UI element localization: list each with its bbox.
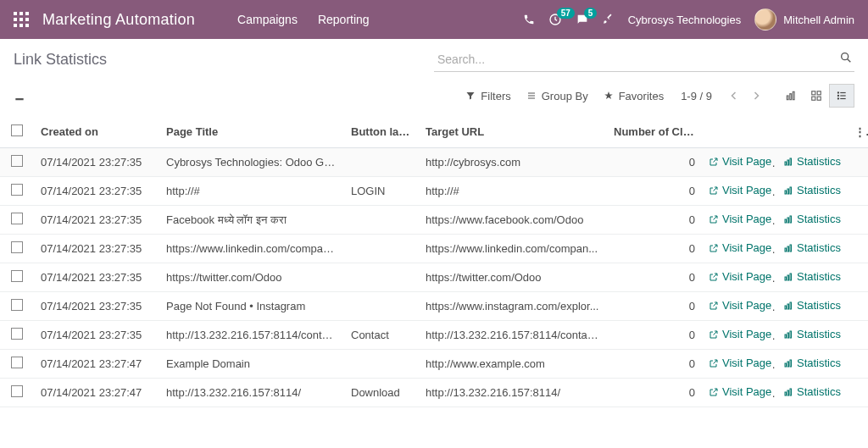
search-input[interactable] <box>434 47 854 72</box>
nav-reporting[interactable]: Reporting <box>318 13 370 26</box>
nav-campaigns[interactable]: Campaigns <box>237 13 298 26</box>
search-icon[interactable] <box>839 51 853 64</box>
cell-clicks: 0 <box>607 206 702 235</box>
cell-button-label <box>344 292 419 321</box>
row-checkbox[interactable] <box>11 299 23 311</box>
table-row[interactable]: 07/14/2021 23:27:35Facebook मध्ये लॉग इन… <box>0 206 868 235</box>
visit-page-link[interactable]: Visit Page <box>709 270 771 283</box>
svg-rect-1 <box>19 12 23 15</box>
statistics-link[interactable]: Statistics <box>783 155 841 168</box>
filters-label: Filters <box>481 90 510 102</box>
view-list[interactable] <box>829 84 854 108</box>
activities-icon[interactable]: 57 <box>548 13 562 26</box>
table-row[interactable]: 07/14/2021 23:27:47http://13.232.216.157… <box>0 379 868 407</box>
statistics-link[interactable]: Statistics <box>783 385 841 398</box>
view-kanban[interactable] <box>804 84 829 108</box>
favorites-button[interactable]: Favorites <box>604 90 664 102</box>
svg-rect-3 <box>14 18 17 21</box>
header-options[interactable]: ⋮ <box>848 116 868 148</box>
cell-clicks: 0 <box>607 177 702 206</box>
cell-url: http://13.232.216.157:8114/contac... <box>419 321 607 350</box>
table-row[interactable]: 07/14/2021 23:27:35http://#LOGINhttp://#… <box>0 177 868 206</box>
row-checkbox[interactable] <box>11 241 23 253</box>
cell-created: 07/14/2021 23:27:35 <box>34 148 159 177</box>
svg-rect-53 <box>787 390 789 395</box>
filters-button[interactable]: Filters <box>465 90 510 102</box>
svg-point-26 <box>837 98 838 99</box>
cell-title: Example Domain <box>159 350 344 379</box>
cell-button-label <box>344 263 419 292</box>
row-checkbox[interactable] <box>11 385 23 397</box>
visit-page-link[interactable]: Visit Page <box>709 299 771 312</box>
cell-clicks: 0 <box>607 350 702 379</box>
records-table: Created on Page Title Button lab... Targ… <box>0 116 868 407</box>
groupby-button[interactable]: Group By <box>526 90 588 102</box>
cell-url: http://13.232.216.157:8114/ <box>419 379 607 407</box>
table-row[interactable]: 07/14/2021 23:27:47Example Domainhttp://… <box>0 350 868 379</box>
table-row[interactable]: 07/14/2021 23:27:35https://twitter.com/O… <box>0 263 868 292</box>
visit-page-link[interactable]: Visit Page <box>709 385 771 398</box>
statistics-link[interactable]: Statistics <box>783 213 841 225</box>
pager-prev[interactable] <box>729 91 739 101</box>
header-target-url[interactable]: Target URL <box>419 116 607 148</box>
svg-rect-50 <box>787 362 789 367</box>
company-name[interactable]: Cybrosys Technologies <box>628 14 741 26</box>
statistics-link[interactable]: Statistics <box>783 299 841 312</box>
statistics-link[interactable]: Statistics <box>783 241 841 254</box>
phone-icon[interactable] <box>523 14 535 25</box>
header-clicks[interactable]: Number of Clicks <box>607 116 702 148</box>
app-title[interactable]: Marketing Automation <box>42 11 195 29</box>
pager[interactable]: 1-9 / 9 <box>681 90 712 102</box>
header-button-label[interactable]: Button lab... <box>344 116 419 148</box>
view-switcher <box>778 84 854 108</box>
cell-title: https://www.linkedin.com/compan... <box>159 235 344 263</box>
svg-rect-41 <box>787 275 789 280</box>
cell-created: 07/14/2021 23:27:35 <box>34 292 159 321</box>
view-graph[interactable] <box>778 84 804 108</box>
cell-button-label: Contact <box>344 321 419 350</box>
table-row[interactable]: 07/14/2021 23:27:35http://13.232.216.157… <box>0 321 868 350</box>
activities-badge: 57 <box>557 8 575 19</box>
export-button[interactable] <box>14 90 25 102</box>
svg-rect-39 <box>790 245 792 252</box>
cell-button-label: Download <box>344 379 419 407</box>
header-created[interactable]: Created on <box>34 116 159 148</box>
statistics-link[interactable]: Statistics <box>783 328 841 340</box>
favorites-label: Favorites <box>619 90 664 102</box>
row-checkbox[interactable] <box>11 328 23 340</box>
table-row[interactable]: 07/14/2021 23:27:35Page Not Found • Inst… <box>0 292 868 321</box>
svg-rect-43 <box>785 306 787 309</box>
statistics-link[interactable]: Statistics <box>783 184 841 196</box>
visit-page-link[interactable]: Visit Page <box>709 328 771 340</box>
cell-url: http://cybrosys.com <box>419 148 607 177</box>
visit-page-link[interactable]: Visit Page <box>709 213 771 225</box>
statistics-link[interactable]: Statistics <box>783 357 841 369</box>
svg-rect-21 <box>817 97 821 100</box>
visit-page-link[interactable]: Visit Page <box>709 155 771 168</box>
user-menu[interactable]: Mitchell Admin <box>754 8 854 30</box>
apps-icon[interactable] <box>14 12 29 27</box>
svg-rect-30 <box>790 158 792 165</box>
header-page-title[interactable]: Page Title <box>159 116 344 148</box>
row-checkbox[interactable] <box>11 155 23 167</box>
visit-page-link[interactable]: Visit Page <box>709 357 771 369</box>
messages-icon[interactable]: 5 <box>576 13 589 26</box>
table-row[interactable]: 07/14/2021 23:27:35https://www.linkedin.… <box>0 235 868 263</box>
cell-clicks: 0 <box>607 263 702 292</box>
header-checkbox[interactable] <box>0 116 34 148</box>
visit-page-link[interactable]: Visit Page <box>709 241 771 254</box>
cell-button-label <box>344 235 419 263</box>
svg-rect-32 <box>787 189 789 194</box>
table-row[interactable]: 07/14/2021 23:27:35Cybrosys Technologies… <box>0 148 868 177</box>
svg-rect-34 <box>785 219 787 223</box>
row-checkbox[interactable] <box>11 270 23 282</box>
svg-rect-54 <box>790 389 792 395</box>
svg-rect-7 <box>19 24 23 27</box>
row-checkbox[interactable] <box>11 184 23 196</box>
pager-next[interactable] <box>751 91 761 101</box>
row-checkbox[interactable] <box>11 213 23 224</box>
row-checkbox[interactable] <box>11 357 23 368</box>
statistics-link[interactable]: Statistics <box>783 270 841 283</box>
settings-icon[interactable] <box>603 14 615 25</box>
visit-page-link[interactable]: Visit Page <box>709 184 771 196</box>
